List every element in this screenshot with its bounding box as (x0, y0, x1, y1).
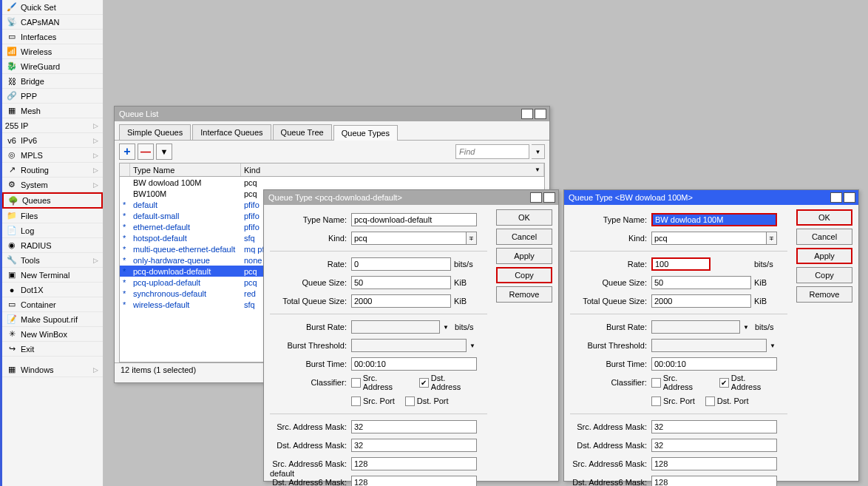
label: Queue Size: (570, 278, 651, 287)
window-titlebar[interactable]: Queue Type <pcq-download-default> ▫ ✕ (264, 190, 558, 205)
burst-time-input[interactable] (651, 357, 777, 371)
windows-icon: ▦ (7, 365, 17, 375)
burst-threshold-input[interactable] (351, 339, 467, 352)
sidebar-item-wireless[interactable]: 📶Wireless (2, 44, 103, 59)
remove-button[interactable]: — (138, 144, 154, 160)
src6-mask-input[interactable] (351, 457, 477, 470)
copy-button[interactable]: Copy (496, 267, 552, 283)
label: Queue Size: (270, 278, 351, 287)
window-restore-button[interactable]: ▫ (530, 192, 542, 203)
tab-simple-queues[interactable]: Simple Queues (119, 124, 191, 140)
sidebar-item-tools[interactable]: 🔧Tools▷ (2, 253, 103, 268)
src6-mask-input[interactable] (651, 457, 777, 470)
sidebar-item-new-winbox[interactable]: ✳New WinBox (2, 327, 103, 342)
dst-address-checkbox[interactable]: ✔ (419, 378, 429, 388)
sidebar-item-routing[interactable]: ↗Routing▷ (2, 163, 103, 178)
sidebar-item-dot1x[interactable]: ●Dot1X (2, 283, 103, 297)
src-address-checkbox[interactable] (651, 378, 661, 388)
sidebar-item-system[interactable]: ⚙System▷ (2, 178, 103, 192)
sidebar-item-ppp[interactable]: 🔗PPP (2, 89, 103, 104)
sidebar-item-queues[interactable]: 🌳Queues (2, 192, 103, 209)
label: Dst. Address6 Mask: (270, 478, 351, 486)
kind-dropdown[interactable]: ∓ (767, 232, 777, 245)
burst-time-input[interactable] (351, 357, 477, 371)
copy-button[interactable]: Copy (796, 267, 852, 283)
sidebar-label: Interfaces (21, 33, 56, 41)
sidebar-item-files[interactable]: 📁Files (2, 209, 103, 223)
rate-input[interactable] (351, 257, 451, 271)
remove-button[interactable]: Remove (796, 286, 852, 303)
dst6-mask-input[interactable] (651, 476, 777, 486)
apply-button[interactable]: Apply (796, 248, 852, 264)
sidebar-item-make-supout.rif[interactable]: 📝Make Supout.rif (2, 312, 103, 327)
kind-dropdown[interactable]: ∓ (467, 232, 477, 245)
window-close-button[interactable]: ✕ (543, 192, 555, 203)
sidebar-item-ipv6[interactable]: v6IPv6▷ (2, 133, 103, 148)
menu-icon: v6 (7, 135, 17, 146)
window-titlebar[interactable]: Queue List ▫ ✕ (115, 107, 549, 121)
queue-size-input[interactable] (351, 276, 451, 289)
col-type-name[interactable]: Type Name (130, 163, 241, 176)
table-row[interactable]: BW dowload 100Mpcq (120, 177, 544, 188)
sidebar-item-bridge[interactable]: ⛓Bridge (2, 74, 103, 89)
sidebar-item-capsman[interactable]: 📡CAPsMAN (2, 15, 103, 30)
add-button[interactable]: + (119, 144, 135, 160)
sidebar-item-quick-set[interactable]: 🖌️Quick Set (2, 0, 103, 15)
sidebar-item-exit[interactable]: ↪Exit (2, 342, 103, 357)
dst-mask-input[interactable] (651, 439, 777, 452)
cancel-button[interactable]: Cancel (796, 229, 852, 245)
ok-button[interactable]: OK (796, 209, 852, 226)
src-mask-input[interactable] (651, 420, 777, 433)
sidebar-item-log[interactable]: 📄Log (2, 223, 103, 238)
window-restore-button[interactable]: ▫ (830, 192, 842, 203)
src-port-checkbox[interactable] (351, 396, 361, 406)
src-port-checkbox[interactable] (651, 396, 661, 406)
find-input[interactable] (455, 144, 529, 159)
sidebar-label: Bridge (21, 77, 44, 86)
kind-input[interactable] (351, 232, 467, 245)
ok-button[interactable]: OK (496, 209, 552, 226)
burst-threshold-input[interactable] (651, 339, 767, 352)
sidebar-item-mpls[interactable]: ◎MPLS▷ (2, 148, 103, 163)
queue-size-input[interactable] (651, 276, 751, 289)
sidebar-item-container[interactable]: ▭Container (2, 297, 103, 312)
filter-button[interactable]: ▼ (156, 144, 172, 160)
type-name-input[interactable] (651, 213, 777, 226)
dst-address-checkbox[interactable]: ✔ (719, 378, 729, 388)
menu-icon: ▭ (7, 300, 17, 310)
dst6-mask-input[interactable] (351, 476, 477, 486)
kind-input[interactable] (651, 232, 767, 245)
burst-rate-input[interactable] (651, 320, 740, 334)
tab-queue-types[interactable]: Queue Types (333, 125, 398, 141)
window-close-button[interactable]: ✕ (535, 109, 546, 119)
label: Src. Port (363, 396, 395, 405)
find-dropdown[interactable]: ▼ (532, 144, 545, 159)
burst-rate-input[interactable] (351, 320, 440, 334)
total-queue-size-input[interactable] (351, 294, 451, 308)
sidebar-item-new-terminal[interactable]: ▣New Terminal (2, 268, 103, 283)
sidebar-item-wireguard[interactable]: 🐉WireGuard (2, 59, 103, 74)
src-address-checkbox[interactable] (351, 378, 361, 388)
cancel-button[interactable]: Cancel (496, 229, 552, 245)
tab-interface-queues[interactable]: Interface Queues (192, 124, 271, 140)
window-title: Queue Type <pcq-download-default> (268, 193, 402, 202)
window-titlebar[interactable]: Queue Type <BW dowload 100M> ▫ ✕ (564, 190, 858, 205)
rate-input[interactable] (651, 257, 711, 271)
tab-queue-tree[interactable]: Queue Tree (273, 124, 332, 140)
sidebar-item-interfaces[interactable]: ▭Interfaces (2, 30, 103, 44)
dst-port-checkbox[interactable] (705, 396, 715, 406)
total-queue-size-input[interactable] (651, 294, 751, 308)
dst-port-checkbox[interactable] (405, 396, 415, 406)
remove-button[interactable]: Remove (496, 286, 552, 303)
sidebar-item-mesh[interactable]: ▦Mesh (2, 104, 103, 118)
apply-button[interactable]: Apply (496, 248, 552, 264)
window-restore-button[interactable]: ▫ (521, 109, 533, 119)
sidebar-item-radius[interactable]: ◉RADIUS (2, 238, 103, 253)
col-kind[interactable]: Kind▼ (241, 163, 544, 176)
sidebar-item-ip[interactable]: 255IP▷ (2, 118, 103, 133)
dst-mask-input[interactable] (351, 439, 477, 452)
src-mask-input[interactable] (351, 420, 477, 433)
type-name-input[interactable] (351, 213, 477, 226)
sidebar-windows[interactable]: ▦ Windows ▷ (2, 362, 103, 377)
window-close-button[interactable]: ✕ (844, 192, 855, 203)
